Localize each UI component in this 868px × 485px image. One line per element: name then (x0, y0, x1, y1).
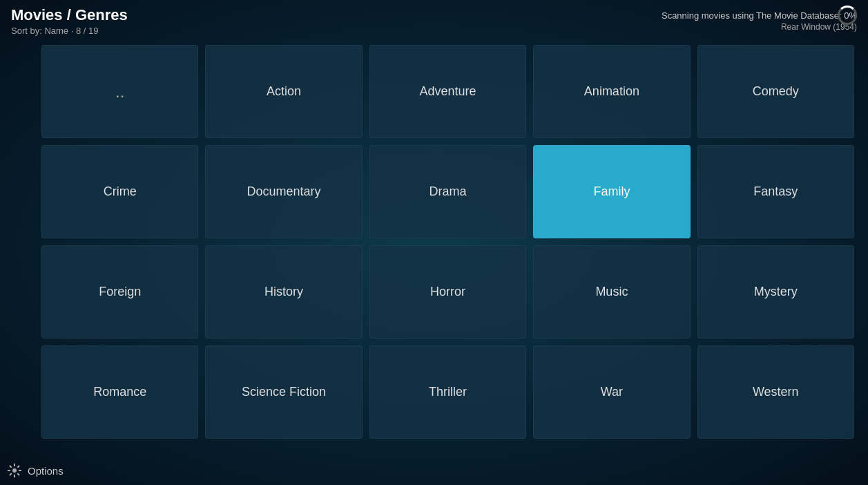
genre-item-crime[interactable]: Crime (41, 145, 198, 238)
options-label[interactable]: Options (28, 465, 64, 477)
genre-item-animation[interactable]: Animation (533, 45, 690, 138)
genre-item-drama[interactable]: Drama (369, 145, 526, 238)
genre-item-comedy[interactable]: Comedy (697, 45, 854, 138)
genre-item-mystery[interactable]: Mystery (697, 245, 854, 339)
genre-item-romance[interactable]: Romance (41, 345, 198, 439)
header-right: Scanning movies using The Movie Database… (662, 10, 857, 32)
svg-point-0 (12, 468, 17, 473)
genre-item-foreign[interactable]: Foreign (41, 245, 198, 339)
footer: Options (7, 463, 64, 478)
scanning-status: Scanning movies using The Movie Database… (662, 10, 857, 21)
genre-item-history[interactable]: History (205, 245, 362, 339)
options-icon (7, 463, 22, 478)
genre-item-thriller[interactable]: Thriller (369, 345, 526, 439)
genre-item-adventure[interactable]: Adventure (369, 45, 526, 138)
page-title: Movies / Genres (11, 6, 128, 24)
genre-item-war[interactable]: War (533, 345, 690, 439)
genre-item-fantasy[interactable]: Fantasy (697, 145, 854, 238)
genre-item-western[interactable]: Western (697, 345, 854, 439)
genre-item-dotdot[interactable]: .. (41, 45, 198, 138)
genre-item-science-fiction[interactable]: Science Fiction (205, 345, 362, 439)
genre-item-family[interactable]: Family (533, 145, 690, 238)
genre-item-music[interactable]: Music (533, 245, 690, 339)
sort-subtitle: Sort by: Name · 8 / 19 (11, 26, 128, 36)
genre-grid: ..ActionAdventureAnimationComedyCrimeDoc… (41, 45, 854, 439)
genre-item-action[interactable]: Action (205, 45, 362, 138)
loading-spinner (838, 6, 857, 25)
header-left: Movies / Genres Sort by: Name · 8 / 19 (11, 6, 128, 36)
genre-item-horror[interactable]: Horror (369, 245, 526, 339)
genre-item-documentary[interactable]: Documentary (205, 145, 362, 238)
